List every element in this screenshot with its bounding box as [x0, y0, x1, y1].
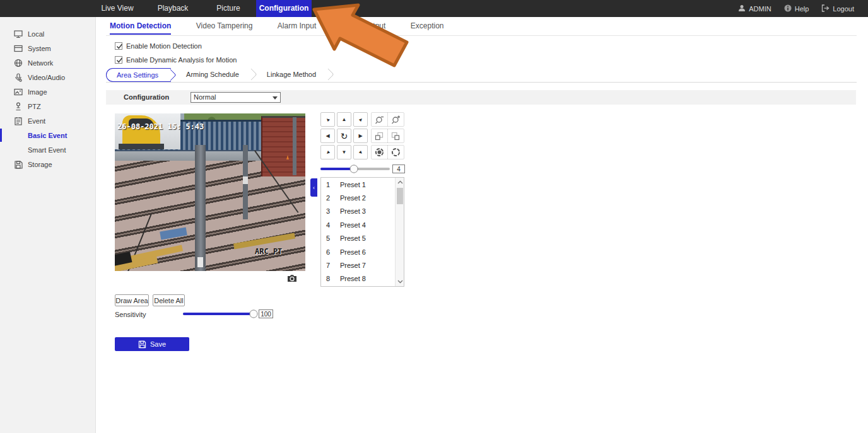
ptz-iris-group: [371, 145, 404, 159]
focus-near-icon: [375, 132, 384, 141]
sidebar-item-storage[interactable]: Storage: [0, 157, 95, 171]
slider-thumb[interactable]: [250, 310, 258, 318]
arrow-down-right-icon: ▲: [357, 149, 364, 156]
arrow-up-icon: ▲: [342, 117, 347, 122]
scene-pole-tag: [243, 176, 248, 184]
ptz-right-button[interactable]: ▶: [353, 129, 368, 143]
focus-far-icon: [391, 132, 400, 141]
sidebar-item-basic-event[interactable]: Basic Event: [0, 128, 95, 142]
iris-close-button[interactable]: [372, 146, 388, 159]
nav-live-view[interactable]: Live View: [90, 0, 145, 17]
top-nav: Live View Playback Picture Configuration…: [0, 0, 868, 17]
monitor-icon: [14, 30, 23, 38]
logout-label: Logout: [833, 5, 854, 13]
tab-video-tampering[interactable]: Video Tampering: [196, 21, 253, 30]
ptz-left-button[interactable]: ◀: [320, 129, 335, 143]
user-menu[interactable]: ADMIN: [738, 4, 771, 13]
sidebar-item-system[interactable]: System: [0, 41, 95, 55]
sidebar-item-image[interactable]: Image: [0, 84, 95, 99]
scrollbar-thumb[interactable]: [397, 188, 403, 204]
nav-picture[interactable]: Picture: [201, 0, 256, 17]
info-icon: [784, 4, 792, 13]
sidebar-item-event[interactable]: Event: [0, 113, 95, 128]
collapse-panel-button[interactable]: ‹: [310, 178, 317, 197]
subtab-arming-schedule[interactable]: Arming Schedule: [171, 68, 252, 82]
ptz-speed-value[interactable]: 4: [392, 165, 405, 173]
sidebar-item-ptz[interactable]: PTZ: [0, 99, 95, 113]
save-icon: [138, 340, 146, 349]
tab-alarm-input[interactable]: Alarm Input: [278, 21, 316, 30]
tab-motion-detection[interactable]: Motion Detection: [110, 21, 171, 30]
ptz-down-left-button[interactable]: ▲: [320, 145, 335, 159]
configuration-select[interactable]: Normal: [191, 92, 281, 103]
ptz-up-left-button[interactable]: ▲: [320, 112, 335, 127]
event-icon: [14, 117, 23, 125]
iris-open-button[interactable]: [388, 146, 404, 159]
sidebar: Local System Network Video/Audio Image P…: [0, 17, 96, 433]
iris-open-icon: [391, 147, 401, 157]
sensitivity-label: Sensitivity: [115, 311, 146, 318]
ptz-up-button[interactable]: ▲: [337, 112, 351, 127]
ptz-up-right-button[interactable]: ▲: [353, 112, 368, 127]
enable-dynamic-checkbox[interactable]: [115, 56, 122, 64]
user-name: ADMIN: [749, 5, 771, 13]
enable-dynamic-label: Enable Dynamic Analysis for Motion: [126, 56, 237, 64]
zoom-out-button[interactable]: [372, 113, 388, 126]
focus-far-button[interactable]: [388, 129, 404, 142]
preset-scrollbar[interactable]: [395, 178, 404, 286]
help-button[interactable]: Help: [784, 4, 809, 13]
enable-motion-checkbox[interactable]: [115, 42, 122, 50]
tab-exception[interactable]: Exception: [411, 21, 444, 30]
arrow-up-right-icon: ▲: [357, 116, 364, 123]
preset-item-8[interactable]: 8Preset 8: [321, 272, 404, 286]
slider-thumb[interactable]: [349, 165, 358, 173]
camera-config-page: { "nav": { "items": [ { "label": "Live V…: [0, 0, 868, 433]
save-button[interactable]: Save: [115, 337, 189, 351]
preset-item-2[interactable]: 2Preset 2: [321, 191, 404, 204]
preset-item-4[interactable]: 4Preset 4: [321, 218, 404, 231]
ptz-down-button[interactable]: ▼: [337, 145, 351, 159]
sidebar-item-network[interactable]: Network: [0, 55, 95, 70]
sensitivity-slider[interactable]: [183, 313, 257, 315]
sidebar-item-smart-event[interactable]: Smart Event: [0, 142, 95, 157]
draw-area-button[interactable]: Draw Area: [115, 294, 149, 306]
zoom-out-icon: [375, 115, 384, 124]
preset-item-1[interactable]: 1Preset 1: [321, 178, 404, 191]
ptz-auto-scan-button[interactable]: ↻: [337, 129, 351, 143]
tab-alarm-output[interactable]: Alarm Output: [341, 21, 386, 30]
nav-playback[interactable]: Playback: [145, 0, 201, 17]
logout-button[interactable]: Logout: [821, 4, 854, 13]
auto-scan-icon: ↻: [341, 132, 348, 141]
subtab-area-settings[interactable]: Area Settings: [106, 68, 171, 82]
sidebar-item-local[interactable]: Local: [0, 26, 95, 41]
scroll-up-button[interactable]: [396, 178, 404, 187]
ptz-speed-slider[interactable]: [320, 168, 390, 170]
chevron-down-icon: [397, 280, 403, 284]
scroll-down-button[interactable]: [396, 277, 404, 286]
ptz-zoom-group: [371, 112, 404, 127]
snapshot-camera-icon[interactable]: [287, 274, 297, 285]
slider-fill: [320, 168, 354, 170]
subtab-arrow: [322, 68, 334, 81]
scene-brick-building: [261, 116, 305, 176]
preset-item-3[interactable]: 3Preset 3: [321, 205, 404, 218]
enable-motion-row: Enable Motion Detection: [115, 42, 202, 50]
scene-pole: [195, 145, 206, 271]
preset-item-6[interactable]: 6Preset 6: [321, 245, 404, 258]
sensitivity-value[interactable]: 100: [259, 309, 273, 318]
storage-icon: [14, 160, 23, 169]
preset-item-7[interactable]: 7Preset 7: [321, 258, 404, 272]
ptz-down-right-button[interactable]: ▲: [353, 145, 368, 159]
zoom-in-button[interactable]: [388, 113, 404, 126]
save-label: Save: [150, 340, 166, 348]
video-toolbar: [115, 271, 305, 286]
sidebar-item-video-audio[interactable]: Video/Audio: [0, 70, 95, 84]
subtab-linkage-method[interactable]: Linkage Method: [252, 68, 329, 82]
delete-all-button[interactable]: Delete All: [153, 294, 185, 306]
scene-pole-tag: [197, 257, 203, 267]
preset-item-5[interactable]: 5Preset 5: [321, 232, 404, 245]
nav-configuration[interactable]: Configuration: [256, 0, 312, 17]
image-icon: [14, 88, 23, 96]
video-preview[interactable]: 26-08-2021 15: 5:43 ARC PT: [115, 113, 305, 271]
focus-near-button[interactable]: [372, 129, 388, 142]
